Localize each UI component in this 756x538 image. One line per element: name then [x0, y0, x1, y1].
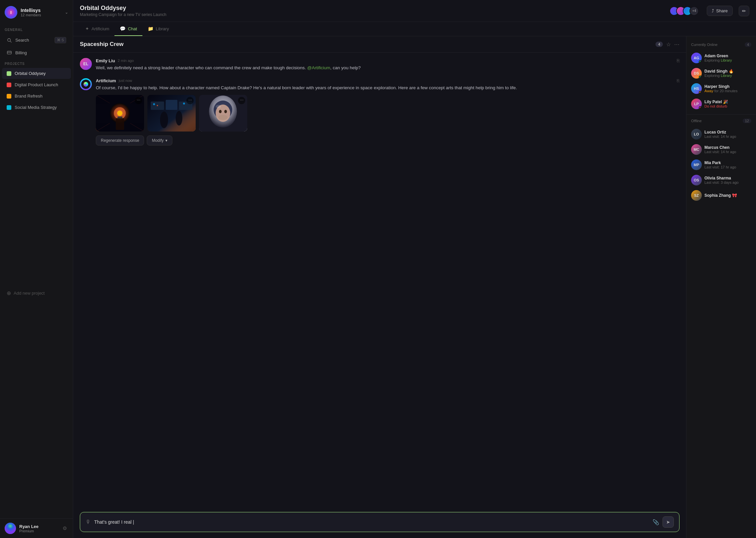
concept-art-3: ⋯ — [199, 95, 247, 132]
tab-artificium-label: Artificium — [92, 26, 109, 31]
project-title: Orbital Oddysey — [80, 5, 665, 12]
adam-detail: Exploring Library — [704, 58, 751, 62]
lily-avatar: LP — [691, 99, 702, 109]
online-section-header: Currently Online 4 — [686, 41, 756, 50]
lily-info: Lily Patel 🎉 Do not disturb — [704, 100, 751, 108]
message-emily: EL Emily Liu 2 min ago ⎘ Well, we defini… — [80, 58, 679, 72]
online-user-harper[interactable]: HS Harper Singh Away for 20 minutes — [686, 81, 756, 96]
share-icon: ⤴ — [712, 8, 714, 13]
ai-copy-icon[interactable]: ⎘ — [677, 78, 679, 83]
svg-text:I: I — [10, 10, 12, 15]
svg-point-31 — [219, 110, 222, 113]
svg-point-10 — [117, 111, 122, 116]
more-icon[interactable]: ⋯ — [674, 41, 679, 48]
main-content: Orbital Oddysey Marketing Campaign for a… — [73, 0, 756, 538]
concept-art-images: ⋯ — [96, 95, 679, 132]
user-avatar — [5, 523, 16, 534]
chat-main: Spaceship Crew 4 ☆ ⋯ EL Emily Liu — [73, 36, 686, 538]
user-footer[interactable]: Ryan Lee Premium ⚙ — [0, 518, 73, 538]
project-label-social-media-strategy: Social Media Strategy — [15, 105, 57, 110]
microphone-icon[interactable]: 🎙 — [86, 519, 91, 525]
project-label-orbital-oddysey: Orbital Oddysey — [15, 71, 46, 76]
david-info: David Singh 🔥 Exploring Library — [704, 69, 751, 78]
project-icon-brand-refresh — [7, 94, 11, 99]
copy-icon[interactable]: ⎘ — [677, 58, 679, 63]
mia-avatar: MP — [691, 159, 702, 170]
modify-button[interactable]: Modify ▾ — [147, 135, 172, 145]
search-shortcut: ⌘ S — [55, 37, 66, 43]
sidebar-item-orbital-oddysey[interactable]: Orbital Oddysey — [2, 68, 71, 79]
artificium-message-body: Artificium just now ⎘ Of course, I'd be … — [96, 78, 679, 145]
regenerate-button[interactable]: Regenerate response — [96, 135, 144, 145]
sidebar-item-billing[interactable]: Billing — [2, 47, 71, 58]
lily-name: Lily Patel 🎉 — [704, 100, 751, 104]
online-user-adam[interactable]: AG Adam Green Exploring Library — [686, 50, 756, 66]
add-project-icon: ⊕ — [7, 290, 11, 296]
lucas-name: Lucas Ortiz — [704, 130, 751, 134]
olivia-detail: Last visit: 3 days ago — [704, 180, 751, 184]
online-user-lily[interactable]: LP Lily Patel 🎉 Do not disturb — [686, 96, 756, 112]
modify-label: Modify — [152, 138, 163, 143]
offline-section-header: Offline 12 — [686, 117, 756, 127]
tab-chat[interactable]: 💬 Chat — [114, 22, 142, 36]
panel-divider — [686, 114, 756, 115]
edit-button[interactable]: ✏ — [739, 6, 749, 16]
olivia-avatar: OS — [691, 175, 702, 185]
user-name: Ryan Lee — [19, 524, 58, 529]
right-panel: Currently Online 4 AG Adam Green Explori… — [686, 36, 756, 538]
star-icon[interactable]: ☆ — [666, 41, 671, 48]
artificium-message-header: Artificium just now ⎘ — [96, 78, 679, 83]
search-icon — [7, 38, 12, 43]
user-info: Ryan Lee Premium — [19, 524, 58, 533]
tab-library[interactable]: 📁 Library — [142, 22, 174, 36]
share-button[interactable]: ⤴ Share — [707, 6, 733, 16]
offline-user-lucas[interactable]: LO Lucas Ortiz Last visit: 14 hr ago — [686, 127, 756, 142]
emily-name: Emily Liu — [96, 58, 115, 63]
offline-user-olivia[interactable]: OS Olivia Sharma Last visit: 3 days ago — [686, 172, 756, 188]
image-2-more-icon[interactable]: ⋯ — [186, 97, 194, 104]
project-icon-social-media-strategy — [7, 105, 11, 110]
artificium-time: just now — [119, 79, 132, 83]
lily-status-indicator — [699, 106, 702, 109]
david-avatar: DS — [691, 68, 702, 79]
projects-list: Orbital Oddysey Digital Product Launch B… — [0, 68, 73, 287]
message-input[interactable] — [94, 519, 649, 525]
mia-info: Mia Park Last visit: 17 hr ago — [704, 160, 751, 169]
channel-member-count: 4 — [656, 42, 663, 47]
image-1-more-icon[interactable]: ⋯ — [135, 97, 142, 104]
image-3-more-icon[interactable]: ⋯ — [238, 97, 245, 104]
svg-line-3 — [10, 41, 12, 42]
tab-library-label: Library — [156, 26, 169, 31]
sophia-info: Sophia Zhang 🎀 — [704, 193, 751, 198]
artificium-avatar-inner — [81, 80, 91, 89]
offline-user-sophia[interactable]: SZ Sophia Zhang 🎀 — [686, 188, 756, 203]
org-header[interactable]: I Intellisys 12 members ⌄ — [0, 0, 73, 25]
mia-detail: Last visit: 17 hr ago — [704, 165, 751, 169]
offline-user-marcus[interactable]: MC Marcus Chen Last visit: 14 hr ago — [686, 142, 756, 157]
search-label: Search — [15, 38, 29, 43]
library-tab-icon: 📁 — [148, 26, 153, 31]
settings-icon[interactable]: ⚙ — [61, 524, 68, 533]
tab-artificium[interactable]: ✦ Artificium — [80, 22, 114, 36]
project-icon-orbital-oddysey — [7, 71, 11, 76]
online-user-david[interactable]: DS David Singh 🔥 Exploring Library — [686, 66, 756, 81]
harper-avatar: HS — [691, 83, 702, 94]
add-project-button[interactable]: ⊕ Add new project — [2, 287, 71, 299]
lucas-detail: Last visit: 14 hr ago — [704, 134, 751, 138]
chat-input-area: 🎙 📎 ➤ — [73, 507, 686, 538]
emily-message-body: Emily Liu 2 min ago ⎘ Well, we definitel… — [96, 58, 679, 72]
attachment-icon[interactable]: 📎 — [653, 519, 659, 525]
adam-avatar: AG — [691, 53, 702, 63]
marcus-avatar: MC — [691, 144, 702, 155]
svg-point-23 — [157, 105, 158, 106]
offline-user-mia[interactable]: MP Mia Park Last visit: 17 hr ago — [686, 157, 756, 172]
chat-messages: EL Emily Liu 2 min ago ⎘ Well, we defini… — [73, 53, 686, 507]
lily-dnd-label: Do not disturb — [704, 104, 727, 108]
channel-actions: ☆ ⋯ — [666, 41, 679, 48]
sidebar-item-brand-refresh[interactable]: Brand Refresh — [2, 91, 71, 102]
adam-info: Adam Green Exploring Library — [704, 54, 751, 62]
sidebar-item-search[interactable]: Search ⌘ S — [2, 34, 71, 46]
sidebar-item-social-media-strategy[interactable]: Social Media Strategy — [2, 102, 71, 113]
sidebar-item-digital-product-launch[interactable]: Digital Product Launch — [2, 79, 71, 90]
send-button[interactable]: ➤ — [662, 516, 674, 528]
